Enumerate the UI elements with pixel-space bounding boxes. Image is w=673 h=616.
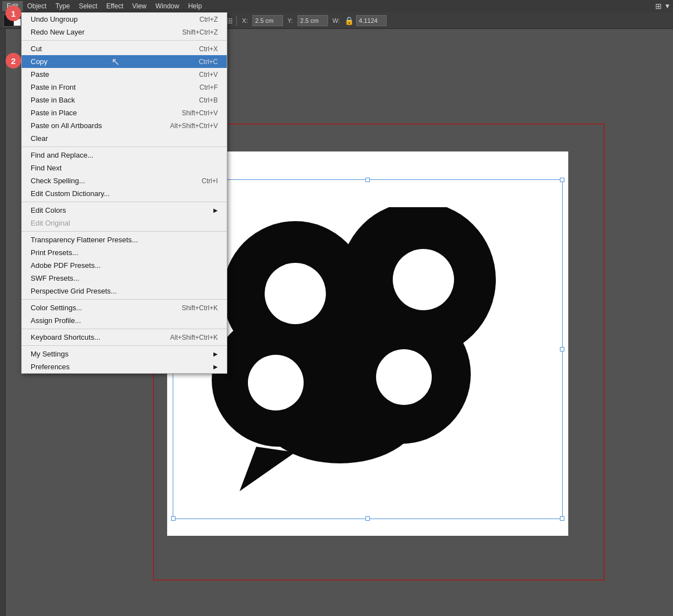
- svg-marker-5: [240, 447, 295, 491]
- menu-item-clear[interactable]: Clear: [22, 132, 227, 145]
- menu-item-redo-label: Redo New Layer: [31, 28, 171, 36]
- artboard: [167, 151, 568, 536]
- menu-item-undo[interactable]: Undo Ungroup Ctrl+Z: [22, 13, 227, 26]
- preferences-arrow-icon: ▶: [213, 364, 218, 370]
- x-input[interactable]: [252, 15, 283, 26]
- menu-item-paste-back-label: Paste in Back: [31, 96, 188, 104]
- menu-item-transparency-label: Transparency Flattener Presets...: [31, 236, 207, 244]
- menu-item-cut[interactable]: Cut Ctrl+X: [22, 42, 227, 55]
- menu-item-find[interactable]: Find and Replace...: [22, 149, 227, 162]
- separator-4: [22, 231, 227, 232]
- handle-br[interactable]: [560, 516, 564, 521]
- menu-effect[interactable]: Effect: [102, 1, 128, 11]
- menu-item-paste-front-shortcut: Ctrl+F: [199, 84, 218, 91]
- menu-item-dictionary[interactable]: Edit Custom Dictionary...: [22, 187, 227, 200]
- menu-item-keyboard-label: Keyboard Shortcuts...: [31, 333, 159, 341]
- menu-item-pdf[interactable]: Adobe PDF Presets...: [22, 259, 227, 272]
- menu-item-copy-label: Copy: [31, 57, 188, 66]
- x-label: X:: [240, 16, 250, 25]
- menu-item-color-settings[interactable]: Color Settings... Shift+Ctrl+K: [22, 301, 227, 314]
- y-input[interactable]: [298, 15, 328, 26]
- menu-item-preferences[interactable]: Preferences ▶: [22, 360, 227, 373]
- menu-item-spelling-label: Check Spelling...: [31, 177, 191, 185]
- menu-item-paste-label: Paste: [31, 70, 188, 79]
- cloud-shape: [184, 207, 552, 514]
- menu-item-find-next-label: Find Next: [31, 164, 207, 172]
- menu-item-redo-shortcut: Shift+Ctrl+Z: [182, 28, 218, 36]
- menu-item-paste-place-label: Paste in Place: [31, 109, 170, 117]
- handle-tm[interactable]: [365, 178, 370, 182]
- menu-item-transparency[interactable]: Transparency Flattener Presets...: [22, 233, 227, 246]
- menu-item-swf[interactable]: SWF Presets...: [22, 272, 227, 285]
- menu-object[interactable]: Object: [23, 1, 51, 11]
- step-2-indicator: 2: [6, 53, 21, 69]
- menu-item-my-settings[interactable]: My Settings ▶: [22, 348, 227, 360]
- separator-3: [22, 202, 227, 202]
- y-label: Y:: [285, 16, 295, 25]
- svg-point-9: [393, 249, 454, 310]
- menu-item-edit-colors-label: Edit Colors: [31, 206, 209, 214]
- menu-item-pdf-label: Adobe PDF Presets...: [31, 261, 207, 270]
- menu-item-undo-shortcut: Ctrl+Z: [199, 16, 218, 23]
- menu-item-color-settings-shortcut: Shift+Ctrl+K: [182, 304, 218, 312]
- menu-item-paste-place[interactable]: Paste in Place Shift+Ctrl+V: [22, 106, 227, 119]
- menu-item-copy-shortcut: Ctrl+C: [199, 58, 218, 66]
- menu-item-paste-back-shortcut: Ctrl+B: [199, 96, 218, 104]
- step-1-label: 1: [11, 9, 16, 18]
- menu-item-keyboard-shortcut: Alt+Shift+Ctrl+K: [170, 334, 218, 341]
- svg-point-8: [265, 263, 326, 324]
- menu-type[interactable]: Type: [51, 1, 74, 11]
- menu-item-print[interactable]: Print Presets...: [22, 246, 227, 259]
- edit-colors-arrow-icon: ▶: [213, 207, 218, 213]
- menu-item-clear-label: Clear: [31, 134, 207, 143]
- menu-item-preferences-label: Preferences: [31, 363, 209, 371]
- menu-item-find-next[interactable]: Find Next: [22, 162, 227, 174]
- menu-item-assign-profile-label: Assign Profile...: [31, 316, 207, 325]
- menu-item-spelling[interactable]: Check Spelling... Ctrl+I: [22, 174, 227, 187]
- menu-item-paste-shortcut: Ctrl+V: [199, 71, 218, 79]
- separator-2: [22, 146, 227, 147]
- menu-item-copy[interactable]: Copy Ctrl+C: [22, 55, 227, 68]
- menu-item-paste-back[interactable]: Paste in Back Ctrl+B: [22, 94, 227, 106]
- menu-item-assign-profile[interactable]: Assign Profile...: [22, 314, 227, 327]
- menu-item-cut-shortcut: Ctrl+X: [199, 45, 218, 53]
- menu-item-paste[interactable]: Paste Ctrl+V: [22, 68, 227, 81]
- handle-bl[interactable]: [171, 516, 175, 521]
- menu-item-cut-label: Cut: [31, 45, 188, 53]
- menu-item-paste-all-shortcut: Alt+Shift+Ctrl+V: [170, 122, 218, 130]
- separator-5: [22, 299, 227, 300]
- menu-item-dictionary-label: Edit Custom Dictionary...: [31, 189, 207, 198]
- w-label: W:: [330, 16, 342, 25]
- step-1-indicator: 1: [6, 6, 21, 21]
- menu-view[interactable]: View: [128, 1, 151, 11]
- handle-bm[interactable]: [365, 516, 370, 521]
- edit-dropdown-menu: Undo Ungroup Ctrl+Z Redo New Layer Shift…: [21, 12, 227, 374]
- menu-item-edit-colors[interactable]: Edit Colors ▶: [22, 204, 227, 217]
- menu-help[interactable]: Help: [184, 1, 207, 11]
- svg-point-11: [376, 349, 432, 405]
- menu-item-perspective-label: Perspective Grid Presets...: [31, 287, 207, 295]
- svg-point-10: [248, 355, 304, 410]
- menu-window[interactable]: Window: [151, 1, 184, 11]
- menu-item-redo[interactable]: Redo New Layer Shift+Ctrl+Z: [22, 26, 227, 38]
- menu-item-edit-original: Edit Original: [22, 217, 227, 229]
- handle-tr[interactable]: [560, 178, 564, 182]
- left-toolbox: [0, 29, 6, 616]
- menu-item-perspective[interactable]: Perspective Grid Presets...: [22, 285, 227, 297]
- toolbar-divider-7: [236, 16, 237, 26]
- dropdown-arrow-icon: ▼: [664, 2, 671, 10]
- menu-item-spelling-shortcut: Ctrl+I: [202, 177, 218, 185]
- handle-mr[interactable]: [560, 347, 564, 351]
- menu-item-paste-front[interactable]: Paste in Front Ctrl+F: [22, 81, 227, 94]
- menu-item-swf-label: SWF Presets...: [31, 274, 207, 282]
- menu-item-keyboard[interactable]: Keyboard Shortcuts... Alt+Shift+Ctrl+K: [22, 331, 227, 344]
- menu-item-print-label: Print Presets...: [31, 248, 207, 257]
- lock-icon: 🔒: [344, 16, 354, 25]
- menu-select[interactable]: Select: [74, 1, 101, 11]
- menu-item-color-settings-label: Color Settings...: [31, 304, 170, 312]
- grid-icon: ⊞: [655, 2, 662, 11]
- menu-item-paste-all[interactable]: Paste on All Artboards Alt+Shift+Ctrl+V: [22, 119, 227, 132]
- w-input[interactable]: [356, 15, 387, 26]
- menu-item-paste-all-label: Paste on All Artboards: [31, 121, 159, 130]
- separator-6: [22, 329, 227, 329]
